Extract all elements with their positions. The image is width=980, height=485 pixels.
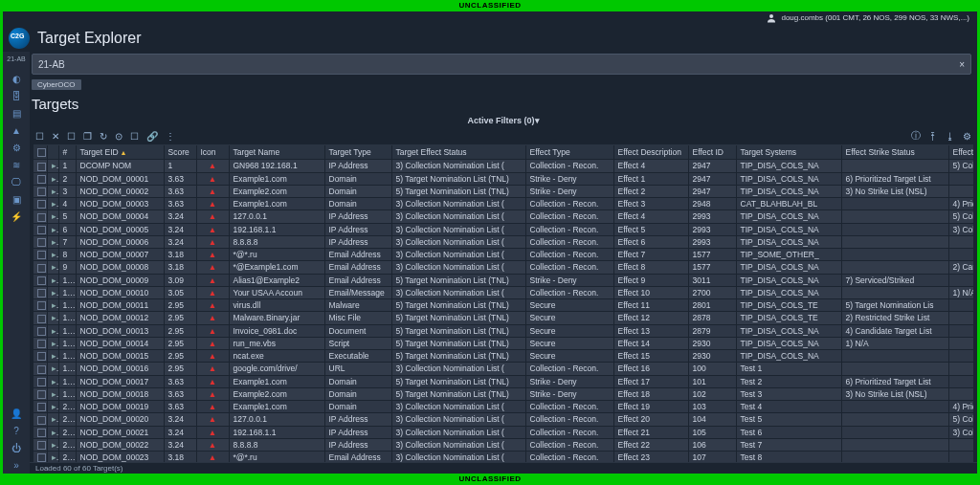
col-score[interactable]: Score [164, 145, 196, 160]
cell-cb[interactable] [33, 185, 47, 197]
x-icon[interactable]: ✕ [52, 131, 59, 142]
dashboard-icon[interactable]: ◐ [8, 70, 25, 87]
cell-cb[interactable] [33, 312, 47, 324]
search-field[interactable]: 21-AB × [32, 54, 971, 75]
expand-icon[interactable]: ▸ [52, 199, 59, 209]
row-checkbox[interactable] [37, 301, 46, 310]
link-icon[interactable]: 🔗 [146, 131, 158, 142]
expand-icon[interactable]: ▸ [52, 452, 59, 462]
user-icon[interactable]: 👤 [8, 405, 25, 422]
expand-icon[interactable]: ▸ [52, 389, 59, 399]
col-ecs[interactable]: Effect Collection Status [948, 145, 973, 160]
cell-cb[interactable] [33, 413, 47, 426]
row-checkbox[interactable] [37, 226, 46, 234]
row-checkbox[interactable] [37, 289, 46, 298]
col-type[interactable]: Target Type [324, 145, 391, 160]
cell-cb[interactable] [33, 210, 47, 223]
cell-exp[interactable]: ▸ [47, 413, 58, 426]
col-tes[interactable]: Target Effect Status [391, 145, 525, 160]
cell-cb[interactable] [33, 324, 47, 337]
row-checkbox[interactable] [37, 403, 46, 411]
table-row[interactable]: ▸24NOD_DOM_000233.18▲*@*.ruEmail Address… [33, 452, 973, 463]
cell-cb[interactable] [33, 363, 47, 375]
upload-icon[interactable]: ⭱ [928, 129, 938, 143]
expand-icon[interactable]: ▸ [52, 250, 59, 259]
row-checkbox[interactable] [37, 163, 46, 171]
cell-cb[interactable] [33, 337, 47, 349]
cell-exp[interactable]: ▸ [47, 438, 58, 451]
expand-icon[interactable]: ▸ [52, 339, 59, 348]
graph-icon[interactable]: ▤ [8, 104, 25, 121]
expand-icon[interactable]: ▸ [52, 187, 59, 196]
table-row[interactable]: ▸23NOD_DOM_000223.24▲8.8.8.8IP Address3)… [33, 438, 973, 451]
col-icon[interactable]: Icon [196, 145, 229, 160]
cell-cb[interactable] [33, 223, 47, 235]
col-num[interactable]: # [58, 145, 76, 160]
row-checkbox[interactable] [37, 213, 46, 222]
cell-cb[interactable] [33, 249, 47, 261]
table-row[interactable]: ▸20NOD_DOM_000193.63▲Example1.comDomain3… [33, 401, 973, 413]
database-icon[interactable]: ≋ [8, 156, 25, 173]
bullet-icon[interactable]: ⊙ [115, 131, 122, 142]
checkbox-all[interactable]: ☐ [35, 131, 44, 142]
table-row[interactable]: ▸1DCOMP NOM1▲GN968 192.168.1IP Address3)… [33, 160, 973, 172]
cell-cb[interactable] [33, 286, 47, 298]
col-ts[interactable]: Target Systems [736, 145, 841, 160]
expand-icon[interactable]: ▸ [52, 377, 59, 386]
table-row[interactable]: ▸16NOD_DOM_000152.95▲ncat.exeExecutable5… [33, 350, 973, 363]
expand-icon[interactable]: ▸ [52, 237, 59, 247]
search-clear[interactable]: × [959, 59, 965, 70]
table-scroll[interactable]: ✓#Target EIDScoreIconTarget NameTarget T… [33, 144, 973, 462]
expand-icon[interactable]: ▸ [52, 313, 59, 322]
col-eidn[interactable]: Effect ID [688, 145, 736, 160]
info-icon[interactable]: ⓘ [911, 129, 921, 143]
col-et[interactable]: Effect Type [525, 145, 613, 160]
cell-cb[interactable] [33, 401, 47, 413]
cell-exp[interactable]: ▸ [47, 286, 58, 298]
cell-exp[interactable]: ▸ [47, 337, 58, 349]
cell-exp[interactable]: ▸ [47, 172, 58, 185]
table-row[interactable]: ▸19NOD_DOM_000183.63▲Example2.comDomain5… [33, 387, 973, 400]
expand-icon[interactable]: ▸ [52, 262, 59, 272]
col-ed[interactable]: Effect Description [613, 145, 688, 160]
table-row[interactable]: ▸22NOD_DOM_000213.24▲192.168.1.1IP Addre… [33, 426, 973, 438]
row-checkbox[interactable] [37, 441, 46, 450]
table-row[interactable]: ▸6NOD_DOM_000053.24▲192.168.1.1IP Addres… [33, 223, 973, 235]
table-row[interactable]: ▸3NOD_DOM_000023.63▲Example2.comDomain5)… [33, 185, 973, 197]
expand-icon[interactable]: ▸ [52, 326, 59, 336]
expand-icon[interactable]: ▸ [52, 211, 59, 221]
table-row[interactable]: ▸11NOD_DOM_000103.05▲Your USAA AccounEma… [33, 286, 973, 298]
row-checkbox[interactable] [37, 238, 46, 247]
row-checkbox[interactable] [37, 175, 46, 184]
row-checkbox[interactable] [37, 416, 46, 425]
cell-cb[interactable] [33, 235, 47, 248]
cell-exp[interactable]: ▸ [47, 210, 58, 223]
expand-icon[interactable]: ▸ [52, 440, 59, 450]
cell-exp[interactable]: ▸ [47, 387, 58, 400]
expand-icon[interactable]: ▸ [52, 364, 59, 373]
row-checkbox[interactable] [37, 365, 46, 374]
table-row[interactable]: ▸2NOD_DOM_000013.63▲Example1.comDomain5)… [33, 172, 973, 185]
table-row[interactable]: ▸10NOD_DOM_000093.09▲Alias1@Example2Emai… [33, 274, 973, 286]
cell-exp[interactable]: ▸ [47, 261, 58, 274]
monitor-icon[interactable]: 🖵 [8, 173, 25, 190]
col-cb[interactable]: ✓ [33, 145, 47, 160]
cell-exp[interactable]: ▸ [47, 235, 58, 248]
table-row[interactable]: ▸18NOD_DOM_000173.63▲Example1.comDomain5… [33, 375, 973, 387]
cell-exp[interactable]: ▸ [47, 375, 58, 387]
row-checkbox[interactable] [37, 327, 46, 336]
cell-exp[interactable]: ▸ [47, 185, 58, 197]
expand-icon[interactable]: ▸ [52, 276, 59, 285]
select-all-checkbox[interactable] [37, 148, 46, 157]
expand-icon[interactable]: ▸ [52, 174, 59, 184]
collapse-icon[interactable]: » [8, 456, 25, 474]
breadcrumb[interactable]: CyberOCO [32, 78, 977, 90]
cell-cb[interactable] [33, 426, 47, 438]
table-row[interactable]: ▸13NOD_DOM_000122.95▲Malware.Binary.jarM… [33, 312, 973, 324]
cell-cb[interactable] [33, 172, 47, 185]
add-icon[interactable]: ☐ [67, 131, 76, 142]
row-checkbox[interactable] [37, 251, 46, 259]
cell-exp[interactable]: ▸ [47, 312, 58, 324]
cell-exp[interactable]: ▸ [47, 299, 58, 312]
briefcase-icon[interactable]: 🗄 [8, 87, 25, 104]
